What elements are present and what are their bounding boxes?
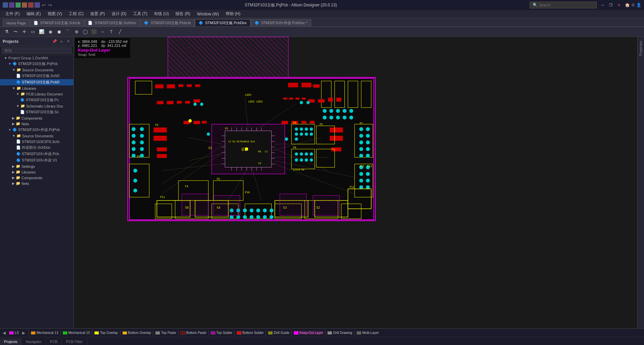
pcb-board[interactable]: U1	[127, 77, 376, 221]
tree-nets-2[interactable]: ▶ 📁 Nets	[0, 181, 73, 186]
home-icon[interactable]: 🏠	[625, 3, 630, 7]
sidebar-menu-button[interactable]: ≡	[59, 39, 64, 44]
pad-tool-button[interactable]: ◯	[81, 28, 89, 36]
pcb-canvas-area[interactable]: x: 3866.048 dx: -133.952 mil y: 4981.221…	[74, 37, 644, 328]
tab-navigator[interactable]: Navigator	[22, 338, 46, 345]
layer-top-overlay[interactable]: Top Overlay	[94, 331, 118, 335]
menu-edit[interactable]: 编辑 (E)	[24, 10, 44, 17]
tree-source-docs-2[interactable]: ▼ 📁 Source Documents	[0, 133, 73, 139]
tab-pcb[interactable]: PCB	[46, 338, 62, 345]
menu-project[interactable]: 工程 (C)	[66, 10, 86, 17]
menu-place[interactable]: 放置 (P)	[88, 10, 107, 17]
global-search-input[interactable]	[539, 3, 586, 7]
titlebar: ↩ ↪ STM32F103主板.PrjPcb - Altium Designer…	[0, 0, 644, 10]
tree-libraries-1[interactable]: ▼ 📁 Libraries	[0, 85, 73, 91]
chart-tool-button[interactable]: 📊	[38, 28, 46, 36]
redo-icon[interactable]: ↪	[48, 2, 52, 8]
text-tool-button[interactable]: T	[107, 28, 115, 36]
layer-top-paste[interactable]: Top Paste	[155, 331, 176, 335]
layer-drill-drawing[interactable]: Drill Drawing	[327, 331, 352, 335]
tree-source-docs-1[interactable]: ▼ 📁 Source Documents	[0, 67, 73, 73]
close-button[interactable]: ✕	[615, 2, 622, 8]
line-tool-button[interactable]: ╱	[116, 28, 124, 36]
svg-point-103	[140, 134, 144, 138]
tree-nets-1[interactable]: ▶ 📁 Nets	[0, 121, 73, 127]
tab-pcbdoc[interactable]: 🔷STM32F103主板.PcbDoc	[195, 19, 251, 26]
component-tool-button[interactable]: ◼	[55, 28, 63, 36]
via-tool-button[interactable]: ⊕	[72, 28, 80, 36]
layer-bottom-solder[interactable]: Bottom Solder	[237, 331, 264, 335]
fill-tool-button[interactable]: ⬛	[90, 28, 98, 36]
tree-components-2[interactable]: ▶ 📁 Components	[0, 175, 73, 181]
layer-mech13[interactable]: Mechanical 13	[31, 331, 58, 335]
tree-components-1-chevron: ▶	[12, 116, 15, 120]
layer-keepout[interactable]: Keep-Out Layer	[294, 331, 323, 335]
layer-bottom-overlay[interactable]: Bottom Overlay	[122, 331, 151, 335]
tree-ext-schdoc[interactable]: 📄 外设部分.SchDoc	[0, 144, 73, 151]
svg-point-152	[194, 102, 197, 106]
add-tool-button[interactable]: ✛	[20, 28, 28, 36]
target-tool-button[interactable]: ◉	[46, 28, 54, 36]
tab-schlib[interactable]: 📄STM32F103主板.SchLib	[30, 19, 84, 26]
tree-project2[interactable]: ▼ 🔷 STM32F103+外设.PrjPcb	[0, 127, 73, 133]
layer-bottom-paste-label: Bottom Paste	[186, 331, 206, 335]
menu-tools[interactable]: 工具 (T)	[130, 10, 150, 17]
layer-multi[interactable]: Multi-Layer	[357, 331, 379, 335]
sidebar-search-input[interactable]	[2, 48, 71, 54]
layer-top-solder[interactable]: Top Solder	[211, 331, 232, 335]
tree-source-docs-2-icon: 📁	[16, 134, 21, 138]
tab-pcbdoc2[interactable]: 🔷STM32F103+外设.PcbDoc *	[251, 19, 311, 26]
restore-button[interactable]: ❐	[607, 2, 614, 8]
menu-help[interactable]: 帮助 (H)	[223, 10, 243, 17]
arc-tool-button[interactable]: ⌒	[64, 28, 72, 36]
tree-stm32c8t6[interactable]: 📄 STM32F103C8T6.Schi	[0, 139, 73, 144]
svg-point-108	[366, 127, 370, 131]
tab-pcb-filter[interactable]: PCB Filter	[62, 338, 87, 345]
menu-file[interactable]: 文件 (F)	[3, 10, 22, 17]
menu-window[interactable]: Window (W)	[194, 11, 221, 17]
svg-point-147	[323, 116, 327, 120]
layer-ls[interactable]: LS	[9, 331, 19, 335]
menu-view[interactable]: 视图 (V)	[45, 10, 65, 17]
global-search-box[interactable]: 🔍	[530, 2, 597, 8]
rect-tool-button[interactable]: ▭	[29, 28, 37, 36]
layer-drill-guide[interactable]: Drill Guide	[268, 331, 289, 335]
tab-home[interactable]: Home Page	[3, 19, 30, 26]
menu-report[interactable]: 报告 (R)	[173, 10, 193, 17]
tree-components-1[interactable]: ▶ 📁 Components	[0, 115, 73, 121]
tree-pcbdoc[interactable]: 🔷 STM32F103主板.PcbD	[0, 79, 73, 85]
tab-schdoc[interactable]: 📄STM32F103主板.SchDoc	[84, 19, 140, 26]
tree-schdoc[interactable]: 📄 STM32F103主板.SchD	[0, 73, 73, 79]
filter-tool-button[interactable]: ⚗	[3, 28, 11, 36]
layer-mech15[interactable]: Mechanical 15	[63, 331, 90, 335]
tree-ext-pcb[interactable]: 🔷 STM32F103+外设.Pcb	[0, 151, 73, 157]
tree-libraries-2[interactable]: ▶ 📁 Libraries	[0, 169, 73, 175]
tree-schlib-file[interactable]: 📄 STM32F103主板.Sc	[0, 109, 73, 115]
tree-project1-icon: 🔷	[12, 62, 17, 66]
menu-route[interactable]: 布线 (U)	[151, 10, 171, 17]
layer-scroll-left[interactable]: ◀	[1, 331, 7, 335]
tree-pcblib-file[interactable]: 🔷 STM32F103主板.Pc	[0, 97, 73, 103]
user-icon[interactable]: 👤	[636, 3, 641, 7]
layer-bottom-paste[interactable]: Bottom Paste	[180, 331, 206, 335]
properties-panel-label[interactable]: Properties	[638, 38, 643, 59]
tree-project1[interactable]: ▼ 🔷 STM32F103主板.PrjPcb	[0, 61, 73, 67]
undo-icon[interactable]: ↩	[42, 2, 46, 8]
menu-design[interactable]: 设计 (D)	[109, 10, 129, 17]
sidebar-close-button[interactable]: ✕	[65, 39, 71, 44]
tree-pcblib-group[interactable]: ▼ 📁 PCB Library Documen	[0, 91, 73, 97]
dim-tool-button[interactable]: ↔	[99, 28, 107, 36]
tree-schlib-group[interactable]: ▼ 📁 Schematic Library Doc	[0, 103, 73, 109]
settings-icon[interactable]: ⚙	[631, 3, 635, 7]
minimize-button[interactable]: ─	[599, 2, 606, 8]
layer-scroll-right[interactable]: ▶	[21, 331, 26, 335]
tab-projects[interactable]: Projects	[0, 338, 22, 345]
tree-settings-2[interactable]: ▶ 📁 Settings	[0, 163, 73, 169]
sidebar-pin-button[interactable]: 📌	[52, 39, 57, 44]
svg-text:P3: P3	[155, 124, 159, 127]
layer-separator-10	[291, 330, 292, 336]
tree-group-root[interactable]: ▼ Project Group 1.DsnWrk	[0, 55, 73, 61]
route-tool-button[interactable]: 〜	[11, 28, 19, 36]
tree-ext-v1[interactable]: 🔷 STM32F103+外设 V1	[0, 157, 73, 163]
tab-pcblib[interactable]: 🔷STM32F103主板.PcbLib	[140, 19, 194, 26]
